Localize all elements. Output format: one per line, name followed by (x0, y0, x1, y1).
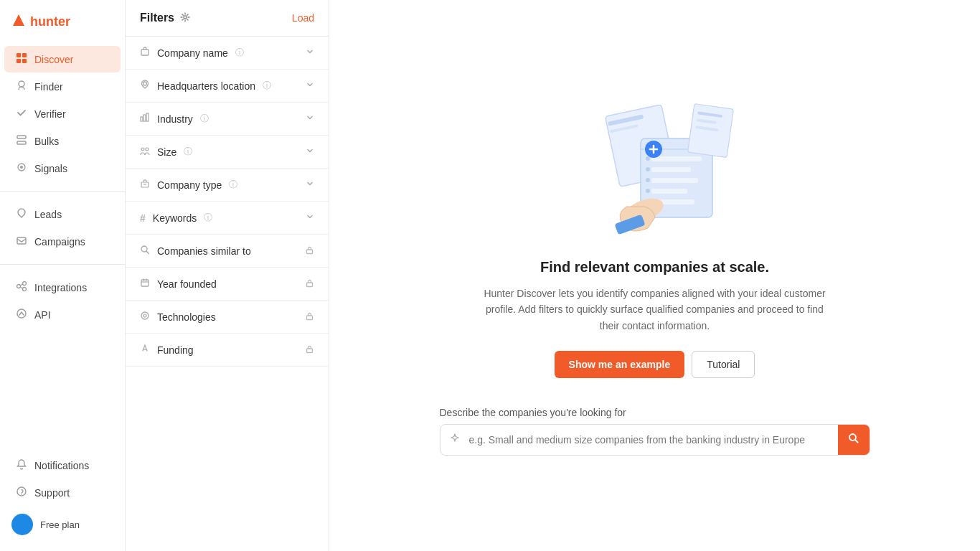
main-heading: Find relevant companies at scale. (540, 259, 769, 276)
funding-lock (305, 344, 314, 356)
svg-point-8 (20, 166, 23, 169)
sidebar-item-signals-label: Signals (34, 163, 67, 174)
user-plan[interactable]: Free plan (0, 507, 125, 542)
svg-point-45 (646, 167, 650, 171)
company-type-chevron[interactable] (306, 179, 314, 190)
sidebar-item-finder[interactable]: Finder (4, 73, 121, 100)
year-founded-icon (140, 278, 150, 290)
svg-point-47 (646, 189, 650, 193)
filter-item-year-founded[interactable]: Year founded (126, 268, 329, 301)
companies-similar-label: Companies similar to (157, 245, 251, 257)
svg-rect-42 (651, 189, 687, 194)
sidebar-item-notifications[interactable]: Notifications (4, 452, 121, 479)
leads-icon (16, 207, 27, 221)
filter-item-technologies[interactable]: Technologies (126, 301, 329, 334)
logo[interactable]: hunter (0, 0, 125, 42)
size-chevron[interactable] (306, 146, 314, 157)
svg-rect-28 (307, 250, 313, 254)
sidebar-item-bulks-label: Bulks (34, 136, 59, 147)
campaigns-icon (16, 235, 27, 248)
svg-rect-30 (307, 283, 313, 287)
company-name-icon (140, 47, 150, 59)
sidebar-item-integrations[interactable]: Integrations (4, 274, 121, 301)
filter-item-size[interactable]: Size ⓘ (126, 136, 329, 169)
bulks-icon (16, 134, 27, 148)
filter-item-company-name[interactable]: Company name ⓘ (126, 37, 329, 70)
svg-point-44 (646, 156, 650, 161)
filter-item-funding[interactable]: Funding (126, 334, 329, 367)
logo-icon (11, 13, 26, 31)
integrations-icon (16, 281, 27, 294)
company-name-info-icon[interactable]: ⓘ (235, 47, 244, 59)
user-plan-label: Free plan (40, 519, 80, 530)
company-type-icon (140, 179, 150, 191)
main-content: Find relevant companies at scale. Hunter… (329, 0, 980, 551)
size-info-icon[interactable]: ⓘ (184, 146, 192, 158)
svg-point-24 (146, 148, 149, 151)
search-input[interactable] (469, 427, 838, 453)
svg-rect-3 (17, 59, 21, 63)
svg-point-13 (23, 288, 27, 291)
sidebar-item-campaigns[interactable]: Campaigns (4, 228, 121, 255)
industry-label: Industry (157, 113, 193, 125)
company-type-label: Company type (157, 179, 222, 191)
industry-chevron[interactable] (306, 113, 314, 124)
company-name-chevron[interactable] (306, 47, 314, 58)
keywords-label: Keywords (153, 212, 197, 224)
headquarters-chevron[interactable] (306, 80, 314, 91)
sidebar-item-support[interactable]: Support (4, 479, 121, 506)
funding-label: Funding (157, 344, 194, 356)
filter-load-button[interactable]: Load (292, 12, 314, 24)
sidebar-item-api[interactable]: API (4, 301, 121, 328)
nav-divider-1 (0, 191, 125, 192)
headquarters-info-icon[interactable]: ⓘ (263, 80, 271, 92)
filters-label: Filters (140, 11, 174, 24)
sidebar-item-discover[interactable]: Discover (4, 46, 121, 72)
secondary-nav: Leads Campaigns (0, 197, 125, 258)
filter-header: Filters Load (126, 0, 329, 37)
sidebar-bottom: Notifications Support Free plan (0, 451, 125, 551)
svg-rect-33 (307, 316, 313, 320)
svg-point-11 (17, 285, 21, 288)
notifications-icon (16, 458, 27, 472)
year-founded-label: Year founded (157, 278, 217, 290)
filter-item-company-type[interactable]: Company type ⓘ (126, 169, 329, 202)
technologies-lock (305, 311, 314, 323)
filter-item-headquarters[interactable]: Headquarters location ⓘ (126, 70, 329, 103)
show-example-button[interactable]: Show me an example (555, 351, 685, 378)
sidebar-item-bulks[interactable]: Bulks (4, 128, 121, 154)
sidebar-item-signals[interactable]: Signals (4, 155, 121, 182)
sidebar-item-verifier[interactable]: Verifier (4, 100, 121, 127)
sidebar-item-discover-label: Discover (34, 54, 73, 65)
headquarters-icon (140, 80, 150, 92)
sidebar-item-notifications-label: Notifications (34, 460, 89, 471)
keywords-info-icon[interactable]: ⓘ (204, 212, 212, 224)
search-spark-icon (440, 425, 469, 454)
filter-item-industry[interactable]: Industry ⓘ (126, 103, 329, 136)
company-type-info-icon[interactable]: ⓘ (229, 179, 237, 191)
filter-title: Filters (140, 11, 190, 24)
svg-rect-6 (17, 136, 26, 138)
search-input-wrap (440, 424, 870, 456)
discover-illustration (576, 95, 734, 239)
search-label: Describe the companies you're looking fo… (440, 407, 870, 418)
sidebar-item-api-label: API (34, 309, 51, 321)
keywords-chevron[interactable] (306, 212, 314, 223)
signals-icon (16, 161, 27, 175)
svg-point-17 (184, 16, 187, 19)
sidebar-item-leads[interactable]: Leads (4, 201, 121, 227)
search-button[interactable] (838, 425, 870, 455)
svg-rect-40 (651, 167, 691, 172)
filter-item-keywords[interactable]: # Keywords ⓘ (126, 202, 329, 235)
filter-settings-icon[interactable] (180, 12, 190, 24)
tutorial-button[interactable]: Tutorial (692, 351, 755, 378)
filter-panel: Filters Load Company name ⓘ Headquarters… (126, 0, 329, 551)
sidebar: hunter Discover Finder Verifier Bulks (0, 0, 126, 551)
headquarters-label: Headquarters location (157, 80, 255, 92)
svg-rect-21 (143, 115, 146, 121)
main-description: Hunter Discover lets you identify compan… (483, 286, 827, 334)
industry-info-icon[interactable]: ⓘ (200, 113, 209, 125)
filter-item-companies-similar[interactable]: Companies similar to (126, 235, 329, 268)
svg-rect-18 (141, 50, 149, 55)
companies-similar-lock (305, 245, 314, 257)
